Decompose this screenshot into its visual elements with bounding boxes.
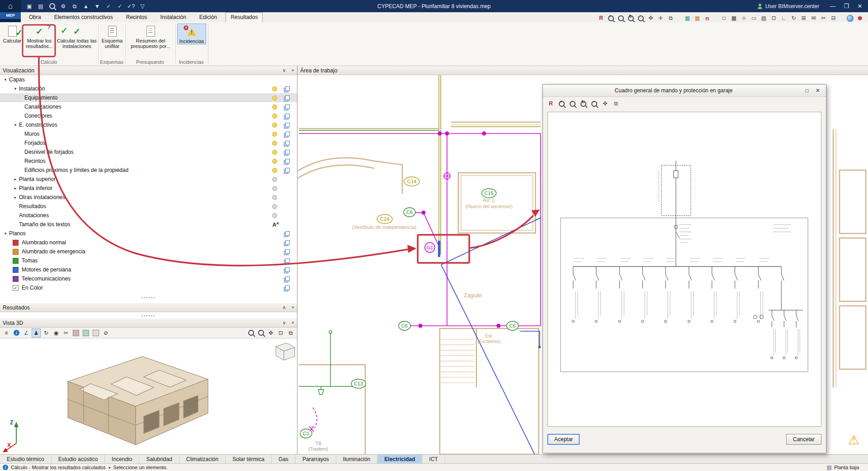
plant-up-icon[interactable]: ▲ — [82, 2, 90, 10]
visibility-bulb-icon[interactable] — [272, 86, 277, 91]
tree-item-constructivos[interactable]: ▾E. constructivos — [0, 120, 297, 129]
layers-icon[interactable] — [284, 249, 290, 255]
layers-icon[interactable] — [284, 285, 290, 291]
expand-arrow[interactable]: ▸ — [13, 186, 18, 190]
label-c14-left[interactable]: C14 — [377, 214, 392, 224]
layers-icon[interactable] — [284, 122, 290, 128]
menu-tab-resultados[interactable]: Resultados — [226, 12, 263, 22]
pan-icon[interactable]: ✜ — [646, 14, 655, 22]
redraw-icon[interactable]: R — [597, 14, 605, 22]
tab-climatizacion[interactable]: Climatización — [179, 455, 226, 463]
export-3d-icon[interactable]: ⧉ — [286, 328, 295, 338]
tree-item-capas[interactable]: ▾Capas — [0, 75, 297, 84]
minimize-button[interactable]: — — [826, 1, 839, 11]
tree-item-tomas[interactable]: Tomas — [0, 256, 297, 265]
window-layout-icon[interactable]: □ — [720, 14, 728, 22]
user-name[interactable]: User BIMserver.center — [765, 3, 819, 10]
fullscreen-icon[interactable]: ⊡ — [276, 328, 285, 338]
label-c15[interactable]: C15 — [482, 189, 496, 198]
calcular-todas-button[interactable]: ✓✓ Calcular todas las instalaciones — [56, 24, 98, 49]
zoom-extents-icon[interactable] — [246, 328, 255, 338]
help-icon[interactable]: ✱ — [856, 14, 864, 22]
results-check-icon[interactable]: ✓? — [127, 2, 135, 10]
frame-icon[interactable]: ▭ — [750, 14, 758, 22]
tree-item-planos[interactable]: ▾Planos — [0, 229, 297, 238]
visibility-bulb-icon[interactable] — [272, 132, 277, 137]
tab-salubridad[interactable]: Salubridad — [139, 455, 179, 463]
expand-arrow[interactable]: ▾ — [13, 123, 18, 127]
grid-icon[interactable]: ▦ — [730, 14, 738, 22]
layers-icon[interactable] — [284, 258, 290, 264]
tree-item-instalacion[interactable]: ▾Instalación — [0, 84, 297, 93]
visibility-bulb-icon[interactable] — [272, 123, 277, 128]
pan-icon[interactable]: ✜ — [601, 100, 609, 108]
pattern-icon[interactable]: ▦ — [693, 14, 702, 22]
layers-icon[interactable] — [284, 113, 290, 119]
dialog-maximize-button[interactable]: □ — [802, 86, 812, 95]
app-logo[interactable]: ⌂ MEP — [0, 0, 21, 22]
zoom-out-icon[interactable]: - — [256, 328, 265, 338]
panel-splitter[interactable]: •••••• — [0, 314, 297, 318]
zoom-icon[interactable] — [48, 2, 56, 10]
tree-item-otras-instalaciones[interactable]: ▸Otras instalaciones — [0, 193, 297, 202]
filter-icon[interactable]: ▽ — [138, 2, 146, 10]
dialog-close-button[interactable]: ✕ — [812, 86, 823, 95]
layers-icon[interactable] — [284, 104, 290, 110]
expand-arrow[interactable]: ▸ — [13, 195, 18, 200]
label-c6-left[interactable]: C6 — [399, 321, 410, 330]
tab-ict[interactable]: ICT — [422, 455, 445, 463]
layers-icon[interactable] — [284, 149, 290, 155]
layers-icon[interactable] — [284, 276, 290, 282]
menu-tab-recintos[interactable]: Recintos — [122, 13, 152, 22]
tree-item-telecomunicaciones[interactable]: Telecomunicaciones — [0, 274, 297, 283]
mostrar-resultados-button[interactable]: ✓? Mostrar los resultados... — [24, 24, 54, 49]
table-icon[interactable]: ⊞ — [799, 14, 808, 22]
panel-splitter[interactable]: •••••• — [0, 296, 297, 300]
expand-panel-icon[interactable]: ∧ — [283, 304, 286, 310]
zoom-all-icon[interactable] — [568, 100, 577, 108]
green-grid-icon[interactable] — [81, 328, 90, 338]
incidencias-button[interactable]: ✕ Incidencias — [177, 24, 206, 44]
layers-icon[interactable] — [284, 140, 290, 146]
visibility-bulb-icon[interactable] — [272, 141, 277, 146]
close-panel-icon[interactable]: × — [292, 320, 294, 326]
layers-icon[interactable] — [284, 167, 290, 173]
tab-incendio[interactable]: Incendio — [105, 455, 139, 463]
settings-icon[interactable]: ⚙ — [59, 2, 67, 10]
tree-item-resultados[interactable]: Resultados — [0, 202, 297, 211]
redraw-icon[interactable]: R — [547, 100, 555, 108]
tree-item-alumbrado-normal[interactable]: Alumbrado normal — [0, 238, 297, 247]
oneline-diagram-canvas[interactable] — [547, 112, 821, 427]
label-c14-top[interactable]: C14 — [404, 177, 420, 186]
pan-icon[interactable]: ✜ — [266, 328, 275, 338]
bim-icon[interactable]: n — [703, 14, 712, 22]
calcular-button[interactable]: ✓ Calcular — [1, 24, 24, 43]
plant-down-icon[interactable]: ▼ — [93, 2, 101, 10]
eye-icon[interactable]: ◉ — [52, 328, 61, 338]
tab-gas[interactable]: Gas — [272, 455, 296, 463]
layers-icon[interactable] — [284, 86, 290, 92]
tree-item-planta-superior[interactable]: ▸Planta superior — [0, 175, 297, 184]
visibility-bulb-icon[interactable] — [272, 195, 277, 200]
visibility-bulb-icon[interactable] — [272, 150, 277, 155]
expand-arrow[interactable]: ▾ — [3, 77, 8, 82]
layers-list-icon[interactable]: ≡ — [2, 328, 11, 338]
walkthrough-person-icon[interactable]: ♟ — [32, 328, 41, 338]
visibility-bulb-icon[interactable] — [272, 177, 277, 182]
menu-tab-instalacion[interactable]: Instalación — [156, 13, 190, 22]
cancel-button[interactable]: Cancelar — [786, 434, 821, 445]
save-icon[interactable]: ▣ — [25, 2, 33, 10]
center-view-icon[interactable]: ✛ — [656, 14, 665, 22]
close-button[interactable]: ✕ — [854, 1, 866, 11]
view-cube-icon[interactable] — [276, 343, 295, 360]
info-icon[interactable]: i — [12, 328, 21, 338]
dialog-titlebar[interactable]: Cuadro general de mando y protección en … — [543, 85, 826, 97]
tab-estudio-termico[interactable]: Estudio térmico — [0, 455, 52, 463]
tab-estudio-acustico[interactable]: Estudio acústico — [52, 455, 105, 463]
resumen-presupuesto-button[interactable]: Resumen del presupuesto por... — [127, 24, 174, 49]
tree-item-muros[interactable]: Muros — [0, 129, 297, 138]
cut-icon[interactable]: ✂ — [819, 14, 828, 22]
zoom-all-icon[interactable] — [617, 14, 625, 22]
zoom-update-icon[interactable]: ↻ — [627, 14, 635, 22]
vista3d-viewport[interactable]: Z X — [0, 338, 297, 454]
